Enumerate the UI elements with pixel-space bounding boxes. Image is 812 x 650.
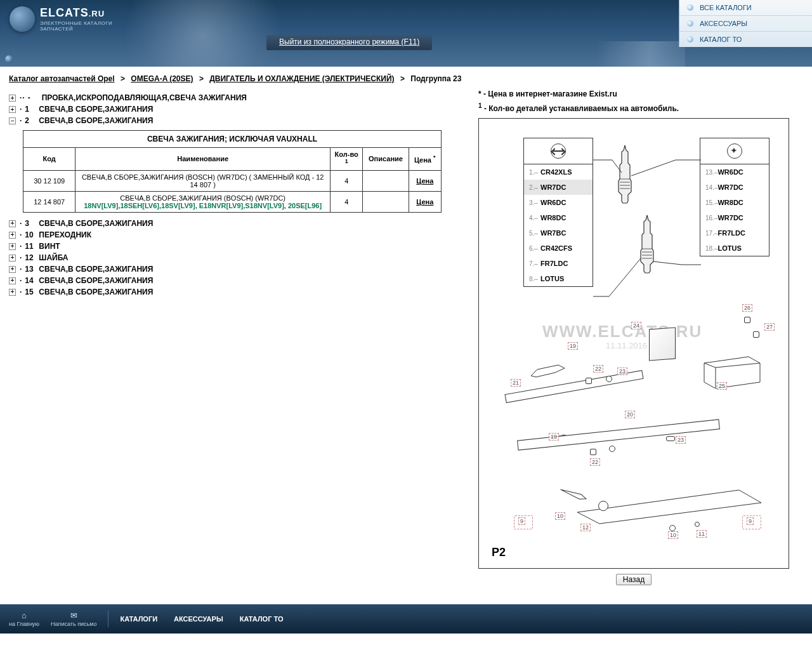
- diagram-list-row[interactable]: 8.– LOTUS: [524, 271, 593, 286]
- diagram-list-row[interactable]: 2.– WR7DC: [524, 180, 593, 195]
- row-label: CR42CFS: [540, 244, 572, 252]
- opel-logo-icon: [524, 138, 593, 164]
- footer: ⌂на Главную ✉Написать письмо КАТАЛОГИ АК…: [0, 604, 812, 633]
- diagram-list-row[interactable]: 1.– CR42XLS: [524, 164, 593, 180]
- tree-item[interactable]: +·12ШАЙБА: [9, 252, 453, 263]
- site-header: ELCATS.RU ЭЛЕКТРОННЫЕ КАТАЛОГИ ЗАПЧАСТЕЙ…: [0, 0, 812, 67]
- collapse-icon[interactable]: −: [9, 117, 16, 124]
- diagram-list-row[interactable]: 4.– WR8DC: [524, 210, 593, 225]
- diagram-list-row[interactable]: 15.– WR8DC: [700, 195, 769, 210]
- home-icon: ⌂: [18, 611, 30, 620]
- cell-code: 30 12 109: [23, 170, 75, 191]
- callout-9: 9: [518, 517, 525, 525]
- tree-item[interactable]: +·15СВЕЧА,В СБОРЕ,ЗАЖИГАНИЯ: [9, 286, 453, 298]
- row-num: 6.–: [529, 245, 540, 252]
- footer-link-catalog-to[interactable]: КАТАЛОГ ТО: [240, 615, 284, 623]
- callout-24: 24: [631, 322, 641, 329]
- diagram-list-row[interactable]: 18.– LOTUS: [700, 241, 769, 256]
- footer-link-catalogs[interactable]: КАТАЛОГИ: [120, 615, 157, 623]
- expand-icon[interactable]: +: [9, 289, 16, 296]
- breadcrumb-link-group[interactable]: ДВИГАТЕЛЬ И ОХЛАЖДЕНИЕ (ЭЛЕКТРИЧЕСКИЙ): [209, 74, 394, 83]
- diagram-list-row[interactable]: 14.– WR7DC: [700, 180, 769, 195]
- callout-25: 25: [717, 382, 727, 390]
- diagram-list-row[interactable]: 5.– WR7BC: [524, 225, 593, 241]
- callout-10b: 10: [668, 531, 678, 539]
- expand-icon[interactable]: +: [9, 95, 16, 102]
- logo-tagline-2: ЗАПЧАСТЕЙ: [40, 26, 112, 32]
- tree-num: 2: [25, 116, 39, 125]
- expand-icon[interactable]: +: [9, 232, 16, 239]
- tree-item[interactable]: +·3СВЕЧА,В СБОРЕ,ЗАЖИГАНИЯ: [9, 218, 453, 229]
- cell-name-text: СВЕЧА,В СБОРЕ,ЗАЖИГАНИЯ (BOSCH) (WR7DC) …: [82, 173, 324, 189]
- col-price-text: Цена: [414, 156, 431, 164]
- row-label: WR7DC: [717, 214, 743, 222]
- expand-icon[interactable]: +: [9, 243, 16, 250]
- breadcrumb-current: Подгруппа 23: [410, 74, 461, 83]
- col-price-sup: *: [433, 154, 436, 161]
- cell-code: 12 14 807: [23, 191, 75, 212]
- expand-icon[interactable]: +: [9, 266, 16, 273]
- price-link[interactable]: Цена: [416, 177, 433, 185]
- diagram-list-row[interactable]: 7.– FR7LDC: [524, 256, 593, 271]
- expand-icon[interactable]: +: [9, 220, 16, 227]
- table-row: 30 12 109 СВЕЧА,В СБОРЕ,ЗАЖИГАНИЯ (BOSCH…: [23, 170, 442, 191]
- tree-item[interactable]: +··-ПРОБКА,ИСКРОПОДАВЛЯЮЩАЯ,СВЕЧА ЗАЖИГА…: [9, 92, 453, 103]
- tree-item[interactable]: +·1СВЕЧА,В СБОРЕ,ЗАЖИГАНИЯ: [9, 103, 453, 115]
- cell-name-text: СВЕЧА,В СБОРЕ,ЗАЖИГАНИЯ (BOSCH) (WR7DC): [120, 194, 285, 202]
- row-label: LOTUS: [540, 275, 564, 282]
- breadcrumb-sep: >: [400, 74, 405, 83]
- cell-name: СВЕЧА,В СБОРЕ,ЗАЖИГАНИЯ (BOSCH) (WR7DC) …: [75, 170, 331, 191]
- expand-icon[interactable]: +: [9, 106, 16, 113]
- diagram-list-row[interactable]: 3.– WR6DC: [524, 195, 593, 210]
- tree-num: 10: [25, 230, 39, 239]
- tree-label: ПЕРЕХОДНИК: [39, 230, 91, 239]
- row-label: LOTUS: [717, 244, 741, 252]
- breadcrumb-sep: >: [199, 74, 204, 83]
- footer-link-accessories[interactable]: АКСЕССУАРЫ: [174, 615, 223, 623]
- bullet-icon: [687, 20, 693, 27]
- col-qty-text: Кол-во: [335, 150, 358, 158]
- tree-item[interactable]: +·14СВЕЧА,В СБОРЕ,ЗАЖИГАНИЯ: [9, 275, 453, 286]
- back-button[interactable]: Назад: [616, 574, 652, 585]
- nav-catalog-to[interactable]: КАТАЛОГ ТО: [679, 32, 812, 47]
- exit-fullscreen-button[interactable]: Выйти из полноэкранного режима (F11): [266, 35, 432, 50]
- footer-mail-link[interactable]: ✉Написать письмо: [51, 611, 96, 627]
- tree-num: 12: [25, 253, 39, 262]
- diagram-list-row[interactable]: 17.– FR7LDC: [700, 225, 769, 241]
- row-label: WR7BC: [540, 229, 566, 237]
- table-title: СВЕЧА ЗАЖИГАНИЯ; ИСКЛЮЧАЯ VAUXHALL: [23, 131, 442, 148]
- diagram-list-row[interactable]: 6.– CR42CFS: [524, 241, 593, 256]
- price-link[interactable]: Цена: [416, 198, 433, 206]
- expand-icon[interactable]: +: [9, 277, 16, 284]
- row-label: WR6DC: [717, 168, 743, 176]
- footer-icon-label: на Главную: [9, 621, 39, 627]
- left-column: +··-ПРОБКА,ИСКРОПОДАВЛЯЮЩАЯ,СВЕЧА ЗАЖИГА…: [9, 90, 453, 298]
- control-box-icon: [698, 354, 761, 388]
- cell-price: Цена: [409, 191, 441, 212]
- row-num: 16.–: [705, 215, 717, 222]
- callout-22: 22: [593, 365, 603, 373]
- cell-qty: 4: [330, 170, 362, 191]
- glow-plug-icon: [530, 360, 574, 379]
- callout-11: 11: [697, 530, 707, 538]
- diagram-listbox-right: 13.– WR6DC14.– WR7DC15.– WR8DC16.– WR7DC…: [700, 138, 769, 256]
- nav-all-catalogs[interactable]: ВСЕ КАТАЛОГИ: [679, 0, 812, 16]
- logo[interactable]: ELCATS.RU ЭЛЕКТРОННЫЕ КАТАЛОГИ ЗАПЧАСТЕЙ: [10, 6, 112, 32]
- tree-item[interactable]: +·13СВЕЧА,В СБОРЕ,ЗАЖИГАНИЯ: [9, 263, 453, 275]
- breadcrumb-link-opel[interactable]: Каталог автозапчастей Opel: [9, 74, 115, 83]
- tree-item[interactable]: +·10ПЕРЕХОДНИК: [9, 229, 453, 241]
- diagram-list-row[interactable]: 13.– WR6DC: [700, 164, 769, 180]
- nav-accessories[interactable]: АКСЕССУАРЫ: [679, 16, 812, 32]
- callout-20: 20: [625, 411, 635, 418]
- footer-home-link[interactable]: ⌂на Главную: [9, 611, 39, 627]
- diagram[interactable]: 1.– CR42XLS2.– WR7DC3.– WR6DC4.– WR8DC5.…: [478, 118, 789, 569]
- expand-icon[interactable]: +: [9, 255, 16, 262]
- tree-item-expanded[interactable]: −·2СВЕЧА,В СБОРЕ,ЗАЖИГАНИЯ: [9, 115, 453, 126]
- tree-label: СВЕЧА,В СБОРЕ,ЗАЖИГАНИЯ: [39, 219, 153, 228]
- tree-item[interactable]: +·11ВИНТ: [9, 241, 453, 252]
- breadcrumb-link-model[interactable]: OMEGA-A (20SE): [131, 74, 193, 83]
- row-num: 4.–: [529, 215, 540, 222]
- row-label: WR8DC: [540, 214, 566, 222]
- relay-icon: [649, 328, 676, 361]
- diagram-list-row[interactable]: 16.– WR7DC: [700, 210, 769, 225]
